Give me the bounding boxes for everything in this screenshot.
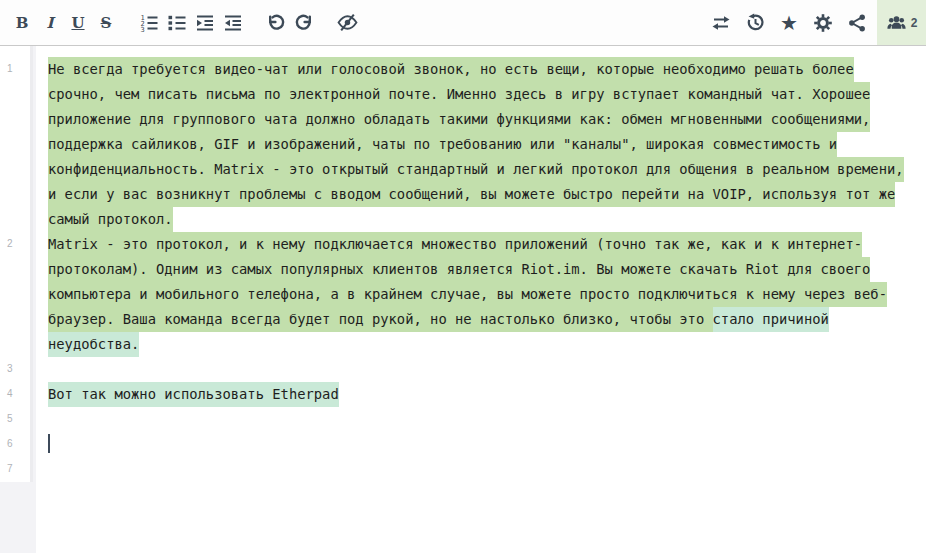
editor-line[interactable]	[48, 357, 904, 382]
text-segment: срочно, чем писать письма по электронной…	[48, 82, 870, 107]
history-clock-icon	[745, 12, 766, 33]
editor-line[interactable]: Не всегда требуется видео-чат или голосо…	[48, 57, 904, 82]
text-segment: конфиденциальность. Matrix - это открыты…	[48, 157, 904, 182]
strikethrough-icon: S	[101, 14, 112, 32]
toolbar-right: ★	[707, 0, 926, 45]
bold-button[interactable]: B	[8, 8, 36, 38]
italic-button[interactable]: I	[36, 8, 64, 38]
star-button[interactable]: ★	[775, 8, 803, 38]
clear-authorship-button[interactable]	[333, 8, 361, 38]
text-segment: компьютера и мобильного телефона, а в кр…	[48, 282, 887, 307]
eye-slash-icon	[337, 12, 358, 33]
gear-icon	[813, 13, 833, 33]
undo-icon	[266, 13, 286, 33]
bold-icon: B	[16, 14, 29, 32]
users-count: 2	[911, 16, 918, 30]
redo-button[interactable]	[290, 8, 318, 38]
text-segment: браузер. Ваша команда всегда будет под р…	[48, 307, 713, 332]
editor-line[interactable]: компьютера и мобильного телефона, а в кр…	[48, 282, 904, 307]
editor-line[interactable]: самый протокол.	[48, 207, 904, 232]
text-segment: самый протокол.	[48, 207, 173, 232]
pad-text-content[interactable]: Не всегда требуется видео-чат или голосо…	[36, 46, 904, 553]
svg-text:3: 3	[141, 26, 145, 33]
users-group-icon	[886, 14, 907, 32]
text-segment: Вот так можно использовать Etherpad	[48, 382, 339, 407]
line-number: 7	[7, 463, 29, 474]
outdent-icon	[223, 13, 243, 33]
history-button[interactable]	[741, 8, 769, 38]
text-segment: и если у вас возникнут проблемы с вводом…	[48, 182, 895, 207]
editor-line[interactable]	[48, 457, 904, 482]
text-segment: Не всегда требуется видео-чат или голосо…	[48, 57, 854, 82]
settings-button[interactable]	[809, 8, 837, 38]
text-segment: поддержка сайликов, GIF и изображений, ч…	[48, 132, 837, 157]
outdent-button[interactable]	[219, 8, 247, 38]
text-segment: Matrix - это протокол, и к нему подключа…	[48, 232, 862, 257]
text-caret	[48, 434, 50, 453]
editor-line[interactable]: поддержка сайликов, GIF и изображений, ч…	[48, 132, 904, 157]
underline-button[interactable]: U	[64, 8, 92, 38]
unordered-list-icon	[167, 13, 187, 33]
text-segment: стало причиной	[713, 307, 829, 332]
redo-icon	[294, 13, 314, 33]
text-segment: неудобства.	[48, 332, 139, 357]
toolbar: B I U S 123	[0, 0, 926, 46]
indent-button[interactable]	[191, 8, 219, 38]
ordered-list-icon: 123	[139, 13, 159, 33]
line-number: 2	[7, 238, 29, 249]
editor-line[interactable]: протоколам). Одним из самых популярных к…	[48, 257, 904, 282]
line-number: 4	[7, 388, 29, 399]
import-export-button[interactable]	[707, 8, 735, 38]
editor-line[interactable]: Вот так можно использовать Etherpad	[48, 382, 904, 407]
italic-icon: I	[46, 14, 53, 32]
editor-line[interactable]: Matrix - это протокол, и к нему подключа…	[48, 232, 904, 257]
share-button[interactable]	[843, 8, 871, 38]
editor-line[interactable]	[48, 407, 904, 432]
unordered-list-button[interactable]	[163, 8, 191, 38]
indent-icon	[195, 13, 215, 33]
users-button[interactable]: 2	[877, 0, 926, 45]
line-number: 6	[7, 438, 29, 449]
editor-line[interactable]: срочно, чем писать письма по электронной…	[48, 82, 904, 107]
line-number: 1	[7, 63, 29, 74]
undo-button[interactable]	[262, 8, 290, 38]
editor-line[interactable]: и если у вас возникнут проблемы с вводом…	[48, 182, 904, 207]
editor-line[interactable]: конфиденциальность. Matrix - это открыты…	[48, 157, 904, 182]
editor-line[interactable]: приложение для группового чата должно об…	[48, 107, 904, 132]
text-segment: протоколам). Одним из самых популярных к…	[48, 257, 870, 282]
pad-editor[interactable]: 1 2 3 4 5 6 7 Не всегда требуется видео-…	[0, 46, 926, 553]
line-number-gutter: 1 2 3 4 5 6 7	[0, 46, 36, 553]
share-icon	[847, 13, 867, 33]
underline-icon: U	[71, 14, 84, 32]
strikethrough-button[interactable]: S	[92, 8, 120, 38]
editor-line[interactable]: неудобства.	[48, 332, 904, 357]
ordered-list-button[interactable]: 123	[135, 8, 163, 38]
line-number: 3	[7, 363, 29, 374]
star-icon: ★	[780, 13, 798, 33]
text-segment: приложение для группового чата должно об…	[48, 107, 870, 132]
line-number: 5	[7, 413, 29, 424]
editor-line[interactable]: браузер. Ваша команда всегда будет под р…	[48, 307, 904, 332]
editor-line[interactable]	[48, 432, 904, 457]
import-export-icon	[711, 13, 731, 33]
